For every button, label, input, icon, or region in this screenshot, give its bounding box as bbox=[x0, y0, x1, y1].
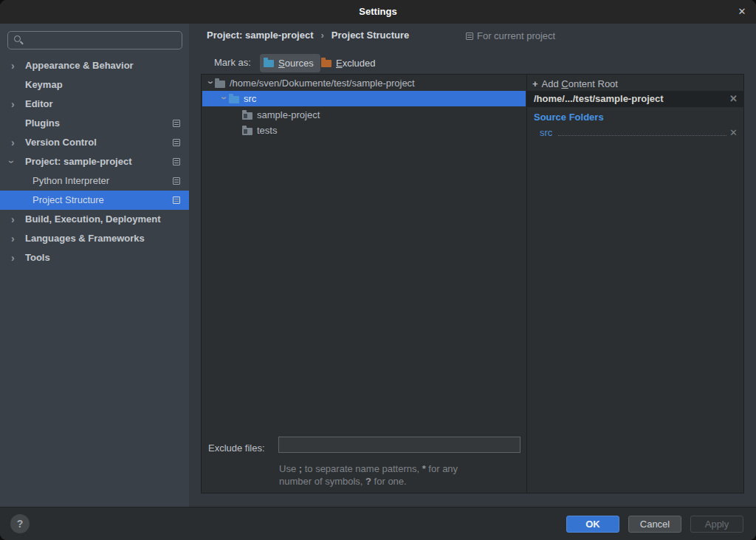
title-bar: Settings ✕ bbox=[0, 0, 756, 24]
sidebar-item-appearance-behavior[interactable]: › Appearance & Behavior bbox=[0, 56, 189, 75]
breadcrumb: Project: sample-project›Project Structur… bbox=[207, 30, 409, 44]
sidebar-item-tools[interactable]: › Tools bbox=[0, 248, 189, 267]
window-title: Settings bbox=[0, 6, 756, 17]
sidebar-item-label: Tools bbox=[25, 248, 50, 267]
sidebar-item-label: Build, Execution, Deployment bbox=[25, 210, 160, 229]
sidebar-item-editor[interactable]: › Editor bbox=[0, 95, 189, 114]
chevron-right-icon[interactable]: › bbox=[11, 210, 15, 229]
breadcrumb-page: Project Structure bbox=[331, 30, 409, 41]
shared-settings-icon bbox=[173, 139, 180, 146]
for-current-project-icon bbox=[466, 33, 473, 40]
source-folder-row[interactable]: src ✕ bbox=[527, 125, 744, 140]
chevron-right-icon[interactable]: › bbox=[11, 229, 15, 248]
ok-button[interactable]: OK bbox=[566, 516, 619, 533]
sidebar-item-languages-frameworks[interactable]: › Languages & Frameworks bbox=[0, 229, 189, 248]
settings-dialog: Settings ✕ › Appearance & Behavior Keyma… bbox=[0, 0, 756, 540]
remove-source-folder-icon[interactable]: ✕ bbox=[729, 125, 738, 140]
plus-icon: + bbox=[532, 78, 538, 89]
sidebar-item-python-interpreter[interactable]: Python Interpreter bbox=[0, 171, 189, 191]
excluded-label-rest: xcluded bbox=[343, 58, 376, 69]
breadcrumb-project[interactable]: Project: sample-project bbox=[207, 30, 314, 41]
exclude-files-label: Exclude files: bbox=[208, 442, 265, 454]
sidebar-item-label: Editor bbox=[25, 95, 53, 114]
source-folder-name[interactable]: src bbox=[540, 125, 552, 140]
cancel-button[interactable]: Cancel bbox=[628, 516, 681, 533]
sidebar-item-label: Project: sample-project bbox=[25, 152, 132, 171]
shared-settings-icon bbox=[173, 120, 180, 127]
add-content-root-button[interactable]: +Add Content Root bbox=[527, 76, 744, 92]
help-button[interactable]: ? bbox=[10, 514, 30, 533]
remove-content-root-icon[interactable]: ✕ bbox=[729, 91, 738, 107]
exclude-hint-line1: Use ; to separate name patterns, * for a… bbox=[279, 463, 458, 474]
chevron-right-icon[interactable]: › bbox=[11, 56, 15, 75]
content-root-path-row[interactable]: /home/.../test/sample-project ✕ bbox=[527, 91, 744, 107]
tree-row-content-root[interactable]: › /home/sven/Dokumente/test/sample-proje… bbox=[202, 75, 526, 91]
folder-icon bbox=[242, 112, 252, 120]
sidebar-item-label: Plugins bbox=[25, 114, 60, 133]
sources-label: S bbox=[278, 58, 285, 69]
chevron-right-icon[interactable]: › bbox=[11, 133, 15, 152]
sidebar-item-label: Appearance & Behavior bbox=[25, 56, 134, 75]
close-icon[interactable]: ✕ bbox=[735, 5, 749, 18]
exclude-hint-line2: number of symbols, ? for one. bbox=[279, 476, 407, 487]
content-roots-panel: › /home/sven/Dokumente/test/sample-proje… bbox=[201, 74, 744, 493]
settings-sidebar: › Appearance & Behavior Keymap › Editor … bbox=[0, 24, 189, 507]
breadcrumb-separator: › bbox=[321, 30, 324, 41]
content-root-path: /home/.../test/sample-project bbox=[534, 93, 664, 104]
excluded-folder-icon bbox=[321, 60, 331, 67]
tree-row-label: sample-project bbox=[257, 107, 320, 123]
sidebar-item-plugins[interactable]: Plugins bbox=[0, 114, 189, 133]
tree-row-src[interactable]: › src bbox=[202, 91, 526, 106]
sidebar-item-label: Project Structure bbox=[32, 191, 104, 210]
sidebar-item-label: Keymap bbox=[25, 75, 63, 95]
sidebar-item-project[interactable]: › Project: sample-project bbox=[0, 152, 189, 171]
exclude-files-input[interactable] bbox=[278, 437, 520, 453]
search-box[interactable] bbox=[7, 31, 182, 49]
tree-row-label: /home/sven/Dokumente/test/sample-project bbox=[230, 75, 415, 91]
search-icon bbox=[14, 35, 21, 42]
chevron-down-icon[interactable]: › bbox=[2, 160, 21, 164]
chevron-right-icon[interactable]: › bbox=[11, 248, 15, 267]
for-current-project-label: For current project bbox=[477, 30, 555, 41]
source-folder-icon bbox=[229, 96, 239, 103]
footer-bar: ? OK Cancel Apply bbox=[0, 507, 756, 540]
tree-row-sample-project[interactable]: sample-project bbox=[202, 107, 526, 123]
sidebar-item-version-control[interactable]: › Version Control bbox=[0, 133, 189, 152]
sources-folder-icon bbox=[264, 60, 274, 67]
sources-label-rest: ources bbox=[285, 58, 314, 69]
sidebar-item-keymap[interactable]: Keymap bbox=[0, 75, 189, 95]
tree-row-label: src bbox=[244, 91, 256, 106]
search-input[interactable] bbox=[26, 33, 177, 48]
tree-row-tests[interactable]: tests bbox=[202, 123, 526, 138]
apply-button: Apply bbox=[690, 516, 743, 533]
tree-row-label: tests bbox=[257, 123, 277, 138]
mark-excluded-button[interactable]: Excluded bbox=[318, 54, 378, 72]
sidebar-item-label: Version Control bbox=[25, 133, 97, 152]
chevron-right-icon[interactable]: › bbox=[11, 95, 15, 114]
mark-as-label: Mark as: bbox=[214, 57, 251, 68]
sidebar-item-label: Languages & Frameworks bbox=[25, 229, 145, 248]
excluded-label: E bbox=[336, 58, 343, 69]
sidebar-item-project-structure[interactable]: Project Structure bbox=[0, 191, 189, 210]
dotted-leader bbox=[558, 135, 726, 136]
mark-sources-button[interactable]: Sources bbox=[260, 54, 320, 72]
sidebar-item-build-execution-deployment[interactable]: › Build, Execution, Deployment bbox=[0, 210, 189, 229]
sidebar-item-label: Python Interpreter bbox=[32, 171, 109, 191]
shared-settings-icon bbox=[173, 177, 180, 185]
source-folders-title: Source Folders bbox=[534, 112, 604, 123]
shared-settings-icon bbox=[173, 158, 180, 165]
shared-settings-icon bbox=[173, 196, 180, 204]
folder-icon bbox=[242, 128, 252, 135]
folder-icon bbox=[215, 81, 225, 88]
